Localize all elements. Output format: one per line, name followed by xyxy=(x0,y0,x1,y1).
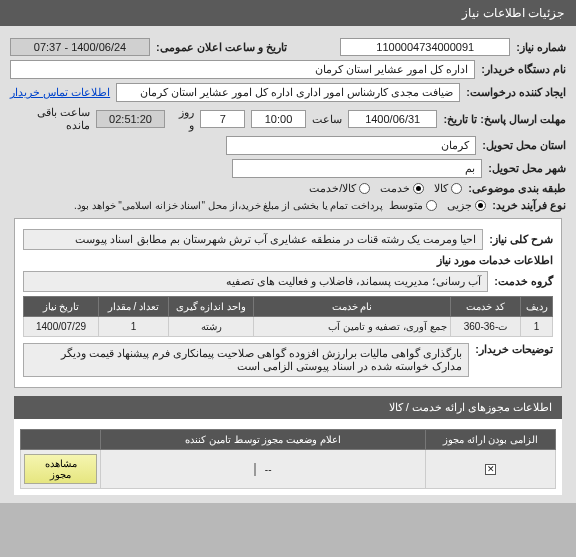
remain-time: 02:51:20 xyxy=(96,110,166,128)
th-date: تاریخ نیاز xyxy=(24,297,99,317)
cell-name: جمع آوری، تصفیه و تامین آب xyxy=(254,317,451,337)
need-no-label: شماره نیاز: xyxy=(516,41,566,54)
mandatory-checkbox[interactable] xyxy=(485,464,496,475)
radio-kala[interactable]: کالا xyxy=(434,182,462,195)
main-panel: شماره نیاز: 1100004734000091 تاریخ و ساع… xyxy=(0,26,576,503)
deadline-label: مهلت ارسال پاسخ: تا تاریخ: xyxy=(443,113,566,126)
province-value: کرمان xyxy=(226,136,476,155)
th-status: اعلام وضعیت مجوز توسط تامین کننده xyxy=(101,430,426,450)
th-action xyxy=(21,430,101,450)
th-unit: واحد اندازه گیری xyxy=(169,297,254,317)
process-note: پرداخت تمام یا بخشی از مبلغ خرید،از محل … xyxy=(74,200,383,211)
province-label: استان محل تحویل: xyxy=(482,139,566,152)
need-no-value: 1100004734000091 xyxy=(340,38,510,56)
category-label: طبقه بندی موضوعی: xyxy=(468,182,566,195)
services-table: ردیف کد خدمت نام خدمت واحد اندازه گیری ت… xyxy=(23,296,553,337)
announce-date-label: تاریخ و ساعت اعلان عمومی: xyxy=(156,41,287,54)
cell-code: ت-36-360 xyxy=(451,317,521,337)
th-code: کد خدمت xyxy=(451,297,521,317)
service-group-label: گروه خدمت: xyxy=(494,275,553,288)
buyer-notes-value: بارگذاری گواهی مالیات برارزش افزوده گواه… xyxy=(23,343,469,377)
cell-date: 1400/07/29 xyxy=(24,317,99,337)
th-mandatory: الزامی بودن ارائه مجوز xyxy=(426,430,556,450)
radio-both[interactable]: کالا/خدمت xyxy=(309,182,370,195)
process-radio-group: جزیی متوسط xyxy=(389,199,486,212)
page-title: جزئیات اطلاعات نیاز xyxy=(462,6,564,20)
time-label: ساعت xyxy=(312,113,342,126)
deadline-time: 10:00 xyxy=(251,110,306,128)
table-row: -- مشاهده مجوز xyxy=(21,450,556,489)
cell-status: -- xyxy=(101,450,426,489)
need-title-value: احیا ومرمت یک رشته قنات در منطقه عشایری … xyxy=(23,229,483,250)
cell-mandatory xyxy=(426,450,556,489)
permits-section-title: اطلاعات مجوزهای ارائه خدمت / کالا xyxy=(14,396,562,419)
process-label: نوع فرآیند خرید: xyxy=(492,199,566,212)
permits-panel: الزامی بودن ارائه مجوز اعلام وضعیت مجوز … xyxy=(14,419,562,495)
view-permit-button[interactable]: مشاهده مجوز xyxy=(24,454,97,484)
city-value: بم xyxy=(232,159,482,178)
buyer-notes-label: توضیحات خریدار: xyxy=(475,343,553,356)
creator-label: ایجاد کننده درخواست: xyxy=(466,86,566,99)
cell-action: مشاهده مجوز xyxy=(21,450,101,489)
table-row: 1 ت-36-360 جمع آوری، تصفیه و تامین آب رش… xyxy=(24,317,553,337)
cell-qty: 1 xyxy=(99,317,169,337)
permits-table: الزامی بودن ارائه مجوز اعلام وضعیت مجوز … xyxy=(20,429,556,489)
radio-icon xyxy=(475,200,486,211)
need-details-panel: شرح کلی نیاز: احیا ومرمت یک رشته قنات در… xyxy=(14,218,562,388)
radio-motevasset[interactable]: متوسط xyxy=(389,199,437,212)
city-label: شهر محل تحویل: xyxy=(488,162,566,175)
remain-label: ساعت باقی مانده xyxy=(10,106,90,132)
radio-jozei[interactable]: جزیی xyxy=(447,199,486,212)
creator-value: ضیافت مجدی کارشناس امور اداری اداره کل ا… xyxy=(116,83,460,102)
service-group-value: آب رسانی؛ مدیریت پسماند، فاضلاب و فعالیت… xyxy=(23,271,488,292)
announce-date-value: 1400/06/24 - 07:37 xyxy=(10,38,150,56)
status-input[interactable] xyxy=(254,463,256,476)
radio-icon xyxy=(451,183,462,194)
services-header: اطلاعات خدمات مورد نیاز xyxy=(23,254,553,267)
radio-khadamat[interactable]: خدمت xyxy=(380,182,424,195)
radio-icon xyxy=(413,183,424,194)
th-rownum: ردیف xyxy=(521,297,553,317)
buyer-org-label: نام دستگاه خریدار: xyxy=(481,63,566,76)
radio-icon xyxy=(359,183,370,194)
cell-unit: رشته xyxy=(169,317,254,337)
days-left: 7 xyxy=(200,110,245,128)
need-title-label: شرح کلی نیاز: xyxy=(489,233,553,246)
radio-icon xyxy=(426,200,437,211)
status-dash: -- xyxy=(265,464,272,475)
category-radio-group: کالا خدمت کالا/خدمت xyxy=(309,182,462,195)
page-title-bar: جزئیات اطلاعات نیاز xyxy=(0,0,576,26)
buyer-org-value: اداره کل امور عشایر استان کرمان xyxy=(10,60,475,79)
buyer-contact-link[interactable]: اطلاعات تماس خریدار xyxy=(10,86,110,99)
th-name: نام خدمت xyxy=(254,297,451,317)
th-qty: تعداد / مقدار xyxy=(99,297,169,317)
cell-rownum: 1 xyxy=(521,317,553,337)
deadline-date: 1400/06/31 xyxy=(348,110,438,128)
day-label: روز و xyxy=(171,106,194,132)
